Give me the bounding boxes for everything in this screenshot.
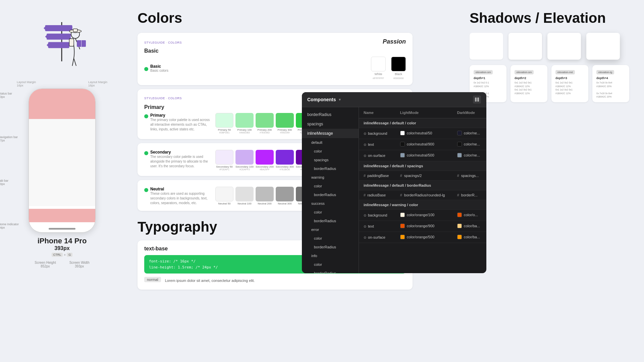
basic-swatches: White #FFFFFF Black #000000 bbox=[371, 57, 406, 80]
white-color-box bbox=[371, 57, 386, 71]
row-dark-on-surface: color/ne... bbox=[452, 150, 486, 161]
phone-tab-bar bbox=[29, 209, 95, 222]
panel-icon-button[interactable] bbox=[473, 96, 481, 104]
phone-width: 393px bbox=[54, 245, 69, 251]
table-row-warning-text: ⊙ text color/orange/900 bbox=[359, 221, 486, 232]
shadows-demo-grid bbox=[470, 33, 634, 60]
sidebar-item-border-radius-nested[interactable]: borderRadius bbox=[302, 164, 359, 173]
row-light-text: color/neutral/900 bbox=[395, 139, 452, 150]
phone-content-area bbox=[29, 119, 95, 206]
basic-label-text: Basic Basic colors bbox=[150, 64, 168, 72]
phone-nav-bar bbox=[29, 102, 95, 119]
screen-height-info: Screen Height 852px bbox=[35, 261, 56, 268]
sidebar-item-warning-color[interactable]: color bbox=[302, 182, 359, 190]
sidebar-item-error-color[interactable]: color bbox=[302, 234, 359, 243]
row-dark-warning-text: color/ba... bbox=[452, 221, 486, 232]
sidebar-item-warning-border-radius[interactable]: borderRadius bbox=[302, 190, 359, 199]
row-light-on-surface: color/neutral/500 bbox=[395, 150, 452, 161]
sidebar-item-success[interactable]: success bbox=[302, 199, 359, 208]
svg-line-14 bbox=[74, 58, 76, 66]
sidebar-item-error[interactable]: error bbox=[302, 225, 359, 234]
sidebar-item-info[interactable]: info bbox=[302, 251, 359, 260]
sidebar-item-border-radius[interactable]: borderRadius bbox=[302, 110, 359, 119]
basic-card-title: Basic bbox=[144, 48, 406, 54]
table-row-padding-base: # paddingBase # spacings/2 bbox=[359, 171, 486, 181]
row-name-warning-text: ⊙ text bbox=[359, 221, 395, 232]
phone-outer-frame bbox=[29, 88, 96, 233]
section-label-default-border-radius: inlineMessage / default / borderRadius bbox=[359, 181, 486, 190]
row-name-padding-base: # paddingBase bbox=[359, 171, 395, 181]
sidebar-item-error-border-radius[interactable]: borderRadius bbox=[302, 243, 359, 251]
shadow-card-depth1 bbox=[470, 33, 503, 60]
table-row-radius-base: # radiusBase # borderRadius/rounded-lg bbox=[359, 190, 486, 200]
panel-body: borderRadius spacings inlineMessage defa… bbox=[302, 107, 486, 273]
primary-desc-area: Primary The primary color palette is use… bbox=[144, 113, 211, 134]
table-row-on-surface: ⊙ on-surface color/neutral/500 bbox=[359, 150, 486, 161]
neutral-green-dot bbox=[144, 188, 148, 192]
nav-bar-label: Navigation bar 97px bbox=[0, 135, 19, 142]
sidebar-item-spacings-nested[interactable]: spacings bbox=[302, 156, 359, 164]
panel-chevron-icon: ▾ bbox=[339, 97, 341, 102]
sidebar-item-spacings[interactable]: spacings bbox=[302, 119, 359, 129]
white-swatch: White #FFFFFF bbox=[371, 57, 386, 80]
black-color-box bbox=[391, 57, 406, 71]
table-row-background: ⊙ background color/neutral/50 bbox=[359, 128, 486, 139]
neutral-swatch-300: Neutral 300 bbox=[276, 187, 294, 205]
svg-marker-2 bbox=[44, 27, 72, 30]
shadow-card-depth4 bbox=[586, 33, 620, 60]
shadow-info-grid: elevation-sm depth=1 0x 1x2 0x2 0-1#1B04… bbox=[470, 65, 634, 102]
row-light-warning-on-surface: color/orange/500 bbox=[395, 232, 452, 243]
basic-green-dot bbox=[144, 67, 148, 71]
shadow-info-card-3: elevation-md depth=3 0x1 1x2 0x2 0x1#1B0… bbox=[551, 65, 588, 102]
layout-margin-left-label: Layout Margin 16px bbox=[17, 80, 36, 87]
svg-marker-4 bbox=[45, 35, 71, 38]
row-name-radius-base: # radiusBase bbox=[359, 190, 395, 200]
svg-rect-16 bbox=[477, 98, 479, 102]
row-dark-text: color/ne... bbox=[452, 139, 486, 150]
row-dark-radius-base: # borderR... bbox=[452, 190, 486, 200]
svg-line-13 bbox=[72, 58, 74, 66]
black-swatch: Black #000000 bbox=[391, 57, 406, 80]
secondary-swatch-200: Secondary 200 #BA25FF bbox=[256, 150, 274, 171]
row-dark-padding-base: # spacings... bbox=[452, 171, 486, 181]
table-row-warning-background: ⊙ background color/orange/100 bbox=[359, 210, 486, 221]
sidebar-item-info-border-radius[interactable]: borderRadius bbox=[302, 269, 359, 273]
logo-area bbox=[29, 10, 96, 77]
primary-styleguide-tag: STYLEGUIDE · COLORS bbox=[144, 97, 182, 100]
sidebar-item-success-color[interactable]: color bbox=[302, 208, 359, 217]
row-light-warning-background: color/orange/100 bbox=[395, 210, 452, 221]
layout-margins: Layout Margin 16px Layout Margin 16px bbox=[17, 80, 107, 87]
sidebar-item-inline-message[interactable]: inlineMessage bbox=[302, 129, 359, 138]
table-row-text: ⊙ text color/neutral/900 bbox=[359, 139, 486, 150]
secondary-green-dot bbox=[144, 151, 148, 155]
primary-swatch-300: Primary 300 #55D269 bbox=[276, 113, 294, 134]
keyboard-shortcut: CTRL + G bbox=[52, 253, 72, 257]
sidebar-item-warning[interactable]: warning bbox=[302, 173, 359, 182]
phone-side-labels: Status bar 53px Navigation bar 97px Tab … bbox=[0, 88, 19, 233]
secondary-desc-area: Secondary The secondary color palette is… bbox=[144, 150, 211, 171]
panel-header: Components ▾ bbox=[302, 92, 486, 107]
row-light-padding-base: # spacings/2 bbox=[395, 171, 452, 181]
basic-label-area: Basic Basic colors bbox=[144, 64, 168, 72]
sidebar-item-info-color[interactable]: color bbox=[302, 260, 359, 269]
typography-preview: normal Lorem ipsum dolor sit amet, conse… bbox=[144, 277, 406, 284]
basic-color-card: STYLEGUIDE · COLORS Passion Basic Basic … bbox=[138, 33, 413, 85]
row-light-background: color/neutral/50 bbox=[395, 128, 452, 139]
phone-frame-wrapper: Status bar 53px Navigation bar 97px Tab … bbox=[27, 88, 97, 233]
row-name-warning-on-surface: ⊙ on-surface bbox=[359, 232, 395, 243]
col-darkmode-header: DarkMode bbox=[452, 107, 486, 118]
sidebar-item-success-border-radius[interactable]: borderRadius bbox=[302, 217, 359, 225]
secondary-swatch-100: Secondary 100 #CEAFF3 bbox=[235, 150, 254, 171]
lorem-text: Lorem ipsum dolor sit amet, consectetur … bbox=[165, 279, 255, 283]
panel-header-left: Components ▾ bbox=[307, 97, 341, 102]
col-lightmode-header: LightMode bbox=[395, 107, 452, 118]
shadow-card-depth3 bbox=[547, 33, 581, 60]
tab-bar-label: Tab bar 50px bbox=[0, 179, 19, 186]
sidebar-item-color[interactable]: color bbox=[302, 147, 359, 156]
svg-rect-9 bbox=[73, 29, 77, 32]
normal-badge: normal bbox=[144, 277, 161, 282]
colors-section-title: Colors bbox=[138, 10, 413, 26]
sidebar-item-default[interactable]: default bbox=[302, 138, 359, 147]
row-light-warning-text: color/orange/900 bbox=[395, 221, 452, 232]
primary-swatch-100: Primary 100 #AAEDB3 bbox=[235, 113, 254, 134]
